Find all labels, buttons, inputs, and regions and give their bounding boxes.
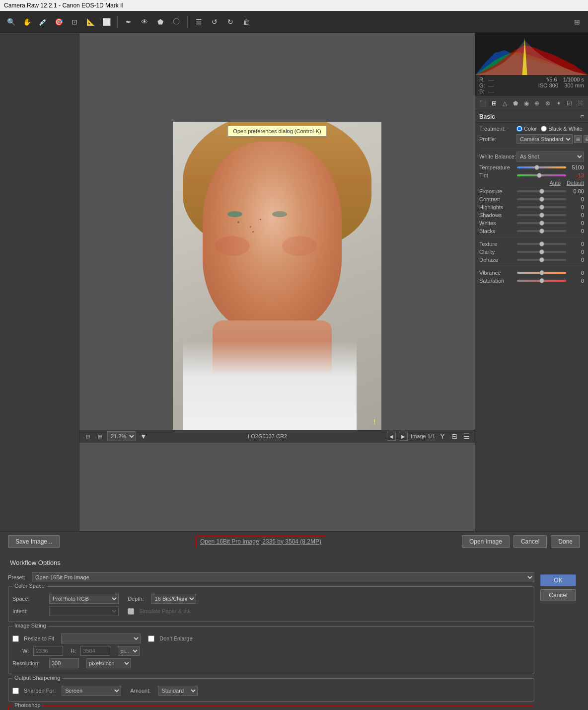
- histogram-panel-btn[interactable]: ⬛: [478, 98, 488, 109]
- hand-tool[interactable]: ✋: [20, 15, 34, 29]
- workflow-cancel-btn[interactable]: Cancel: [540, 589, 576, 601]
- sharpen-amount-select[interactable]: Standard: [158, 686, 198, 696]
- depth-select[interactable]: 16 Bits/Channel: [151, 594, 196, 604]
- r-value: —: [488, 77, 494, 82]
- fit-screen-btn[interactable]: ⊡: [83, 432, 92, 441]
- color-grading-btn[interactable]: ◉: [521, 98, 531, 109]
- basic-panel-btn[interactable]: ⊞: [489, 98, 499, 109]
- tint-track[interactable]: [517, 172, 566, 179]
- workflow-dialog-content: Preset: Open 16Bit Pro Image Color Space…: [8, 572, 580, 710]
- auto-default-row: Auto Default: [479, 180, 584, 186]
- open-image-btn[interactable]: Open Image: [462, 535, 510, 548]
- intent-select[interactable]: [49, 606, 119, 616]
- transform-tool[interactable]: ⬜: [99, 15, 113, 29]
- width-input: [33, 646, 63, 656]
- shadows-thumb[interactable]: [539, 213, 544, 218]
- exposure-track[interactable]: [517, 188, 566, 195]
- saturation-track[interactable]: [517, 277, 566, 284]
- workflow-dialog-title: Workflow Options: [8, 559, 580, 566]
- toolbar: 🔍 ✋ 💉 🎯 ⊡ 📐 ⬜ ✒ 👁 ⬟ 〇 ☰ ↺ ↻ 🗑 ⊞: [0, 11, 588, 33]
- hsl-btn[interactable]: ⬟: [511, 98, 520, 109]
- redo-btn[interactable]: ↻: [223, 15, 237, 29]
- shadows-track[interactable]: [517, 212, 566, 219]
- cancel-btn[interactable]: Cancel: [514, 535, 547, 548]
- view-mode-btn[interactable]: ⊟: [450, 432, 459, 441]
- tone-curve-btn[interactable]: △: [500, 98, 510, 109]
- contrast-track[interactable]: [517, 196, 566, 203]
- sharpen-checkbox[interactable]: [12, 688, 19, 694]
- effects-btn[interactable]: ✦: [554, 98, 564, 109]
- straighten-tool[interactable]: 📐: [83, 15, 97, 29]
- adjustment-brush[interactable]: ⬟: [153, 15, 167, 29]
- eyedropper-tool[interactable]: 💉: [36, 15, 50, 29]
- temperature-track[interactable]: [517, 164, 566, 171]
- vibrance-track[interactable]: [517, 269, 566, 276]
- exposure-thumb[interactable]: [539, 189, 544, 194]
- prev-image-btn[interactable]: ◀: [387, 432, 396, 441]
- color-sampler-tool[interactable]: 🎯: [52, 15, 66, 29]
- zoom-dropdown-btn[interactable]: ▼: [139, 432, 148, 441]
- whites-thumb[interactable]: [539, 221, 544, 226]
- highlights-thumb[interactable]: [539, 205, 544, 210]
- workflow-link[interactable]: Open 16Bit Pro Image; 2336 by 3504 (8.2M…: [196, 536, 326, 548]
- blacks-thumb[interactable]: [539, 229, 544, 234]
- blacks-track[interactable]: [517, 228, 566, 235]
- bw-radio[interactable]: [541, 126, 547, 132]
- dehaze-thumb[interactable]: [539, 257, 544, 262]
- undo-btn[interactable]: ↺: [208, 15, 221, 29]
- workflow-ok-btn[interactable]: OK: [540, 574, 576, 586]
- highlights-track[interactable]: [517, 204, 566, 211]
- profile-manage-btn[interactable]: ⊟: [584, 135, 588, 143]
- dont-enlarge-checkbox[interactable]: [148, 635, 154, 642]
- filmstrip-options-btn[interactable]: ☰: [462, 432, 471, 441]
- clarity-track[interactable]: [517, 248, 566, 255]
- next-image-btn[interactable]: ▶: [399, 432, 408, 441]
- dimension-unit-select[interactable]: pi...: [118, 646, 140, 656]
- filmstrip-btn[interactable]: ☰: [192, 15, 206, 29]
- zoom-select[interactable]: 21.2%: [107, 431, 136, 441]
- crop-tool[interactable]: ⊡: [68, 15, 81, 29]
- calibration-btn[interactable]: ☑: [565, 98, 575, 109]
- done-btn[interactable]: Done: [551, 535, 580, 548]
- graduated-filter[interactable]: 〇: [169, 15, 183, 29]
- dehaze-row: Dehaze 0: [479, 256, 584, 263]
- auto-btn[interactable]: Auto: [550, 180, 561, 186]
- texture-track[interactable]: [517, 240, 566, 247]
- vibrance-thumb[interactable]: [539, 270, 544, 275]
- saturation-thumb[interactable]: [539, 278, 544, 283]
- clarity-thumb[interactable]: [539, 249, 544, 254]
- fullscreen-btn[interactable]: ⊞: [95, 432, 104, 441]
- resolution-unit-select[interactable]: pixels/inch: [86, 658, 131, 668]
- resize-checkbox[interactable]: [12, 635, 19, 642]
- detail-btn[interactable]: ⊕: [532, 98, 542, 109]
- spot-removal-tool[interactable]: ✒: [122, 15, 136, 29]
- preset-select[interactable]: Open 16Bit Pro Image: [32, 572, 534, 582]
- simulate-paper-checkbox[interactable]: [128, 608, 134, 615]
- color-radio[interactable]: [516, 126, 522, 132]
- resolution-input[interactable]: [49, 658, 79, 668]
- white-balance-row: White Balance: As Shot: [479, 152, 584, 161]
- output-sharpening-title: Output Sharpening: [12, 675, 62, 681]
- temperature-thumb[interactable]: [534, 165, 539, 170]
- presets-btn[interactable]: ☰: [575, 98, 585, 109]
- zoom-tool[interactable]: 🔍: [4, 15, 18, 29]
- contrast-thumb[interactable]: [539, 197, 544, 202]
- filter-btn[interactable]: Y: [438, 432, 447, 441]
- profile-select[interactable]: Camera Standard: [516, 134, 573, 144]
- resize-fit-select[interactable]: Default (8.2 MP): [61, 633, 141, 643]
- delete-btn[interactable]: 🗑: [239, 15, 253, 29]
- saturation-row: Saturation 0: [479, 277, 584, 284]
- lens-corrections-btn[interactable]: ⊗: [543, 98, 553, 109]
- whites-track[interactable]: [517, 220, 566, 227]
- space-select[interactable]: ProPhoto RGB: [49, 594, 119, 604]
- save-image-btn[interactable]: Save Image...: [8, 535, 60, 548]
- dehaze-track[interactable]: [517, 256, 566, 263]
- profile-grid-btn[interactable]: ⊞: [574, 135, 582, 143]
- tint-thumb[interactable]: [537, 173, 542, 178]
- preferences-btn[interactable]: ⊞: [570, 15, 584, 29]
- white-balance-select[interactable]: As Shot: [516, 152, 584, 161]
- texture-thumb[interactable]: [539, 241, 544, 246]
- default-btn[interactable]: Default: [567, 180, 584, 186]
- sharpen-for-select[interactable]: Screen: [62, 686, 121, 696]
- red-eye-tool[interactable]: 👁: [138, 15, 151, 29]
